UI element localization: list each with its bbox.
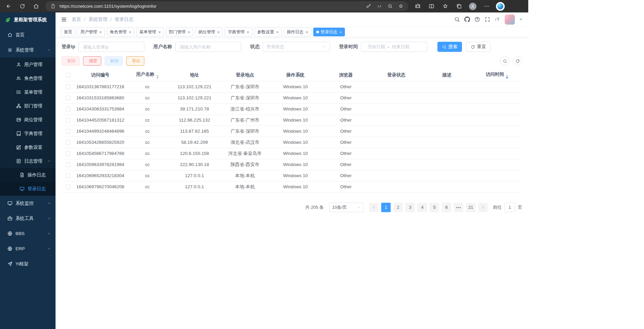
row-checkbox[interactable] [66, 140, 71, 145]
row-checkbox[interactable] [66, 85, 71, 89]
sidebar-item-dict-mgmt[interactable]: 字典管理 [0, 127, 56, 140]
tab-dept-mgmt[interactable]: 部门管理× [166, 28, 193, 36]
text-size-icon[interactable]: TT [495, 17, 500, 22]
tab-menu-mgmt[interactable]: 菜单管理× [136, 28, 164, 36]
address-bar[interactable]: https://ccnetcore.com:1101/system/log/lo… [45, 1, 408, 11]
sidebar-item-operation-log[interactable]: 操作日志 [0, 168, 56, 182]
extensions-icon[interactable] [411, 1, 424, 11]
sort-caret-icon[interactable] [506, 75, 508, 79]
browser-home-button[interactable] [30, 1, 42, 11]
unlock-button[interactable]: 解锁 [105, 56, 123, 66]
github-icon[interactable] [464, 17, 470, 22]
row-checkbox[interactable] [66, 162, 71, 167]
user-avatar[interactable] [505, 14, 515, 25]
sidebar-item-menu-mgmt[interactable]: 菜单管理 [0, 85, 56, 99]
row-checkbox[interactable] [66, 151, 71, 156]
sidebar-item-system-monitor[interactable]: 系统监控 [0, 196, 56, 211]
next-page-button[interactable] [478, 203, 488, 212]
delete-button[interactable]: 删除 [62, 56, 80, 66]
fullscreen-icon[interactable] [485, 17, 490, 22]
collections-icon[interactable] [453, 1, 465, 11]
tab-operation-log[interactable]: 操作日志× [284, 28, 311, 36]
help-icon[interactable] [474, 17, 480, 22]
tab-user-mgmt[interactable]: 用户管理× [77, 28, 105, 36]
sidebar-item-yi-framework[interactable]: Yi框架 [0, 256, 56, 271]
breadcrumb-item[interactable]: 首页 [72, 17, 81, 23]
tab-close-icon[interactable]: × [188, 30, 190, 34]
pager-page-1[interactable]: 1 [381, 203, 391, 212]
row-checkbox[interactable] [66, 129, 71, 134]
tab-post-mgmt[interactable]: 岗位管理× [195, 28, 223, 36]
sidebar-item-log-mgmt[interactable]: 日志管理 [0, 154, 56, 168]
export-button[interactable]: 导出 [126, 56, 144, 66]
status-select[interactable]: 登录状态 [263, 42, 330, 52]
column-header-time[interactable]: 访问时间 [472, 69, 522, 81]
pager-page-5[interactable]: 5 [430, 203, 439, 212]
sort-caret-icon[interactable] [156, 75, 159, 79]
site-info-icon[interactable] [48, 2, 58, 10]
row-checkbox[interactable] [66, 118, 71, 123]
clear-button[interactable]: 清空 [83, 56, 101, 66]
search-button[interactable]: 搜索 [437, 42, 462, 52]
sidebar-item-login-log[interactable]: 登录日志 [0, 182, 56, 196]
tab-close-icon[interactable]: × [276, 30, 279, 34]
tab-close-icon[interactable]: × [247, 30, 249, 34]
tab-close-icon[interactable]: × [306, 30, 308, 34]
reset-button[interactable]: 重置 [466, 42, 491, 52]
row-checkbox[interactable] [66, 96, 71, 100]
sidebar-item-role-mgmt[interactable]: 角色管理 [0, 71, 56, 85]
column-header-user[interactable]: 用户名称 [126, 69, 169, 81]
date-range-picker[interactable]: 开始日期 - 结束日期 [361, 42, 427, 52]
pager-page-2[interactable]: 2 [393, 203, 403, 212]
sidebar-item-post-mgmt[interactable]: 岗位管理 [0, 113, 56, 127]
pager-page-3[interactable]: 3 [405, 203, 415, 212]
read-aloud-icon[interactable]: A [374, 2, 384, 10]
tab-login-log[interactable]: 登录日志× [313, 28, 345, 36]
pager-page-6[interactable]: 6 [442, 203, 451, 212]
row-checkbox[interactable] [66, 173, 71, 178]
tab-close-icon[interactable]: × [99, 30, 102, 34]
zoom-icon[interactable] [385, 2, 395, 10]
tab-close-icon[interactable]: × [339, 30, 342, 34]
login-ip-input[interactable] [78, 42, 144, 52]
tab-dict-mgmt[interactable]: 字典管理× [225, 28, 252, 36]
tab-home[interactable]: 首页 [61, 28, 75, 36]
prev-page-button[interactable] [369, 203, 379, 212]
sidebar-item-home[interactable]: 首页 [0, 27, 56, 42]
header-search-icon[interactable] [454, 17, 460, 22]
goto-page-input[interactable] [504, 203, 515, 212]
sidebar-item-dept-mgmt[interactable]: 部门管理 [0, 99, 56, 113]
browser-reload-button[interactable] [16, 1, 29, 11]
sidebar-item-system-mgmt[interactable]: 系统管理 [0, 42, 56, 58]
tab-close-icon[interactable]: × [217, 30, 220, 34]
refresh-table-button[interactable] [513, 56, 522, 66]
split-screen-icon[interactable] [425, 1, 438, 11]
url-text[interactable]: https://ccnetcore.com:1101/system/log/lo… [59, 4, 362, 9]
browser-back-button[interactable] [2, 1, 15, 11]
tab-close-icon[interactable]: × [158, 30, 161, 34]
row-checkbox[interactable] [66, 107, 71, 111]
page-size-select[interactable]: 10条/页 [329, 203, 364, 212]
avatar-caret-icon[interactable] [519, 18, 523, 21]
password-key-icon[interactable] [364, 2, 373, 10]
username-input[interactable] [175, 42, 241, 52]
sidebar-item-user-mgmt[interactable]: 用户管理 [0, 58, 56, 71]
browser-settings-icon[interactable] [480, 1, 493, 11]
row-checkbox[interactable] [66, 185, 71, 189]
pager-more[interactable]: ••• [454, 203, 463, 212]
sidebar-item-param-settings[interactable]: 参数设置 [0, 140, 56, 154]
pager-page-21[interactable]: 21 [466, 203, 475, 212]
sidebar-item-system-tools[interactable]: 系统工具 [0, 211, 56, 226]
sidebar-item-erp[interactable]: ERP [0, 241, 56, 256]
browser-profile-icon[interactable] [466, 1, 479, 11]
add-favorite-icon[interactable] [396, 2, 405, 10]
tab-role-mgmt[interactable]: 角色管理× [107, 28, 135, 36]
tab-param-settings[interactable]: 参数设置× [254, 28, 282, 36]
breadcrumb-item[interactable]: 系统管理 [88, 17, 107, 23]
tab-close-icon[interactable]: × [129, 30, 132, 34]
favorites-icon[interactable] [439, 1, 452, 11]
toggle-search-button[interactable] [500, 56, 509, 66]
hamburger-icon[interactable] [61, 17, 67, 23]
sidebar-item-bbs[interactable]: BBS [0, 226, 56, 241]
pager-page-4[interactable]: 4 [418, 203, 427, 212]
